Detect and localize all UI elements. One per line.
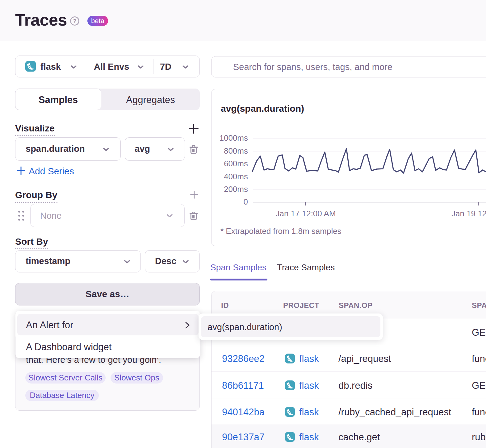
svg-text:?: ? [73,18,77,24]
